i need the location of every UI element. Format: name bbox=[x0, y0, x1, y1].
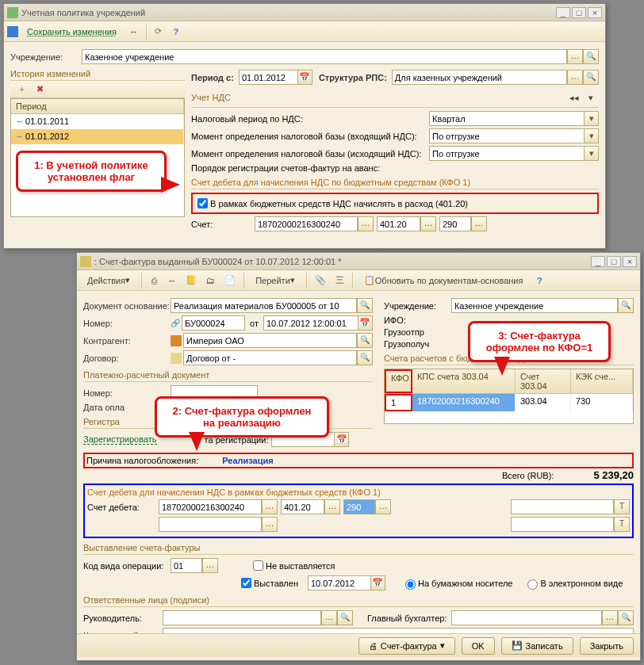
debit-extra2-field[interactable] bbox=[159, 517, 262, 532]
debit-extra-field[interactable] bbox=[511, 499, 614, 514]
dropdown-icon[interactable]: ▾ bbox=[585, 146, 599, 161]
actions-menu[interactable]: Действия ▾ bbox=[80, 273, 137, 289]
history-row[interactable]: ∼ 01.01.2011 bbox=[11, 114, 184, 129]
lookup-button[interactable]: … bbox=[375, 499, 391, 514]
search-icon[interactable] bbox=[357, 350, 373, 365]
dropdown-icon[interactable]: ▾ bbox=[585, 111, 599, 126]
op-code-label: Код вида операции: bbox=[83, 561, 171, 571]
update-by-docs-button[interactable]: 📋 Обновить по документам-основания bbox=[357, 273, 531, 289]
calendar-icon[interactable] bbox=[371, 575, 385, 590]
lookup-button[interactable]: … bbox=[420, 216, 436, 231]
minimize-button[interactable]: _ bbox=[556, 7, 570, 18]
minimize-button[interactable]: _ bbox=[591, 256, 605, 267]
ok-button[interactable]: OK bbox=[462, 637, 495, 655]
acct303-column-header[interactable]: Счет 303.04 bbox=[516, 369, 571, 393]
struct-icon[interactable]: 三 bbox=[332, 273, 348, 289]
issued-checkbox[interactable] bbox=[241, 578, 251, 588]
lookup-button[interactable]: … bbox=[358, 216, 374, 231]
search-icon[interactable] bbox=[618, 610, 634, 625]
comment-field[interactable] bbox=[163, 628, 634, 633]
org-search-button[interactable] bbox=[583, 49, 599, 64]
counterparty-field[interactable]: Империя ОАО bbox=[183, 333, 357, 348]
goto-menu[interactable]: Перейти ▾ bbox=[248, 273, 302, 289]
debit-acct-field[interactable] bbox=[281, 499, 324, 514]
account-kek-field[interactable] bbox=[439, 216, 471, 231]
lookup-button[interactable]: … bbox=[262, 499, 278, 514]
struct-field[interactable]: Для казенных учреждений bbox=[392, 70, 567, 85]
issued-date-field[interactable] bbox=[308, 575, 371, 590]
account-kps-field[interactable] bbox=[255, 216, 358, 231]
delete-icon[interactable]: ✖ bbox=[32, 82, 48, 97]
lookup-button[interactable]: … bbox=[202, 558, 218, 573]
contract-field[interactable]: Договор от - bbox=[183, 350, 357, 365]
kfo-column-header[interactable]: КФО bbox=[385, 369, 412, 393]
head-field[interactable] bbox=[163, 610, 321, 625]
kfo1-checkbox[interactable] bbox=[197, 198, 208, 208]
maximize-button[interactable]: □ bbox=[572, 7, 586, 18]
paper-radio[interactable] bbox=[405, 579, 416, 590]
list-icon[interactable]: 📄 bbox=[220, 273, 240, 289]
doc-base-field[interactable]: Реализация материалов БУ000005 от 10 bbox=[171, 298, 357, 313]
calendar-icon[interactable] bbox=[298, 70, 312, 85]
calendar-icon[interactable] bbox=[335, 432, 349, 447]
attach-icon[interactable]: 📎 bbox=[311, 273, 330, 289]
ledger-icon[interactable]: 📒 bbox=[182, 273, 201, 289]
close-button[interactable]: Закрыть bbox=[580, 637, 634, 655]
lookup-button[interactable]: … bbox=[262, 517, 278, 532]
period-from-field[interactable] bbox=[239, 70, 298, 85]
text-button[interactable]: T bbox=[614, 499, 630, 514]
tax-reason-value[interactable]: Реализация bbox=[222, 456, 273, 465]
budget-table-row[interactable]: 1 18702000216300240 303.04 730 bbox=[385, 394, 633, 411]
close-button[interactable]: × bbox=[623, 256, 637, 267]
number-field[interactable] bbox=[182, 315, 245, 331]
org2-field[interactable]: Казенное учреждение bbox=[451, 298, 618, 313]
not-issued-checkbox[interactable] bbox=[253, 560, 263, 571]
base-out-field[interactable]: По отгрузке bbox=[429, 146, 585, 161]
close-button[interactable]: × bbox=[588, 7, 602, 18]
debit-kek-field[interactable] bbox=[343, 499, 375, 514]
save-button[interactable]: 💾 Записать bbox=[501, 637, 573, 655]
org-lookup-button[interactable]: … bbox=[567, 49, 583, 64]
pay-num-label: Номер: bbox=[83, 388, 171, 398]
lookup-button[interactable]: … bbox=[321, 610, 337, 625]
chief-accountant-field[interactable] bbox=[451, 610, 602, 625]
lookup-button[interactable]: … bbox=[471, 216, 487, 231]
search-icon[interactable] bbox=[357, 298, 373, 313]
print-invoice-button[interactable]: 🖨 Счет-фактура ▾ bbox=[358, 637, 455, 655]
struct-lookup-button[interactable]: … bbox=[567, 70, 583, 85]
section-prev-icon[interactable]: ◂◂ bbox=[565, 90, 583, 105]
maximize-button[interactable]: □ bbox=[607, 256, 621, 267]
section-dropdown-icon[interactable]: ▾ bbox=[583, 90, 599, 105]
search-icon[interactable] bbox=[618, 298, 634, 313]
base-in-field[interactable]: По отгрузке bbox=[429, 128, 585, 143]
period-column-header[interactable]: Период bbox=[11, 99, 184, 113]
electronic-radio[interactable] bbox=[527, 579, 538, 590]
nav-icon[interactable]: ↔ bbox=[163, 273, 180, 289]
struct-search-button[interactable] bbox=[583, 70, 599, 85]
nds-period-field[interactable]: Квартал bbox=[429, 111, 585, 126]
op-code-field[interactable] bbox=[171, 558, 202, 573]
lookup-button[interactable]: … bbox=[324, 499, 340, 514]
search-icon[interactable] bbox=[357, 333, 373, 348]
history-row[interactable]: ∼ 01.01.2012 bbox=[11, 129, 184, 144]
number-date-field[interactable] bbox=[263, 315, 358, 331]
add-icon[interactable]: ＋ bbox=[13, 82, 30, 97]
save-changes-button[interactable]: Сохранить изменения bbox=[20, 24, 124, 40]
calendar-icon[interactable] bbox=[358, 315, 373, 331]
help-icon[interactable] bbox=[531, 273, 547, 289]
register-link[interactable]: Зарегистрировать bbox=[83, 434, 157, 445]
kek-column-header[interactable]: КЭК сче... bbox=[571, 369, 633, 393]
post-icon[interactable]: ⎙ bbox=[146, 273, 162, 289]
debit-kps-field[interactable] bbox=[159, 499, 262, 514]
account-field[interactable] bbox=[377, 216, 420, 231]
text-button[interactable]: T bbox=[614, 517, 630, 532]
debit-extra3-field[interactable] bbox=[511, 517, 614, 532]
relations-icon[interactable]: 🗂 bbox=[202, 273, 219, 289]
search-icon[interactable] bbox=[337, 610, 353, 625]
collapse-icon[interactable]: ↔ bbox=[125, 24, 142, 40]
org-field[interactable] bbox=[82, 49, 567, 64]
help-icon[interactable] bbox=[168, 24, 184, 40]
refresh-icon[interactable] bbox=[151, 24, 167, 40]
lookup-button[interactable]: … bbox=[602, 610, 618, 625]
dropdown-icon[interactable]: ▾ bbox=[585, 128, 599, 143]
